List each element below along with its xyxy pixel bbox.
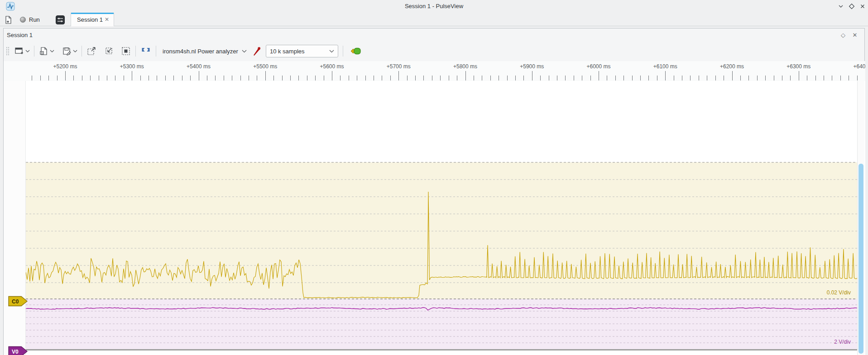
pulseview-window: Session 1 - PulseView Run <box>0 0 868 355</box>
ruler-minor-tick <box>715 76 716 80</box>
new-session-button[interactable] <box>4 14 13 25</box>
ruler-major-tick <box>465 71 466 80</box>
ruler-minor-tick <box>107 76 107 80</box>
ruler-minor-tick <box>824 76 824 80</box>
ruler-minor-tick <box>507 76 508 80</box>
cursors-icon <box>140 46 152 56</box>
toolbar-separator <box>156 46 156 57</box>
ruler-minor-tick <box>674 76 674 80</box>
tab-close-icon[interactable]: ✕ <box>105 17 109 22</box>
minimize-button[interactable] <box>837 2 845 10</box>
tab-session-1[interactable]: Session 1 ✕ <box>71 13 114 26</box>
ruler-minor-tick <box>707 76 707 80</box>
trace-view[interactable]: 0.02 V/div 2 V/div C0 V0 <box>4 81 865 355</box>
ruler-minor-tick <box>557 76 557 80</box>
v0-flag-label: V0 <box>12 349 19 355</box>
tab-session-1-label: Session 1 <box>77 16 103 23</box>
ruler-minor-tick <box>382 76 382 80</box>
trace-label-column <box>4 81 26 355</box>
save-button[interactable] <box>60 44 79 58</box>
ruler-minor-tick <box>499 76 499 80</box>
channel-flag-v0[interactable]: V0 <box>8 346 28 355</box>
ruler-minor-tick <box>540 76 541 80</box>
ruler-minor-tick <box>215 76 216 80</box>
run-button-label: Run <box>29 16 40 23</box>
ruler-minor-tick <box>173 76 174 80</box>
ruler-minor-tick <box>765 76 766 80</box>
chevron-down-icon <box>25 50 30 52</box>
dock-header[interactable]: Session 1 ◇ ✕ <box>4 28 864 41</box>
ruler-label: +5600 ms <box>320 63 344 70</box>
new-view-button[interactable] <box>13 44 31 58</box>
ruler-label: +6100 ms <box>653 63 677 70</box>
zoom-fit-button[interactable] <box>119 44 133 58</box>
ruler-minor-tick <box>782 76 782 80</box>
show-cursors-button[interactable] <box>139 44 153 58</box>
channel-flag-c0[interactable]: C0 <box>8 296 28 307</box>
chevron-down-icon <box>73 50 77 52</box>
ruler-minor-tick <box>140 76 141 80</box>
ruler-minor-tick <box>565 76 566 80</box>
c0-band <box>26 162 860 299</box>
ruler-minor-tick <box>590 76 591 80</box>
session-dock: Session 1 ◇ ✕ <box>3 28 865 355</box>
ruler-minor-tick <box>165 76 166 80</box>
ruler-minor-tick <box>648 76 649 80</box>
ruler-minor-tick <box>607 76 607 80</box>
ruler-label: +6000 ms <box>586 63 610 70</box>
ruler-minor-tick <box>48 76 49 80</box>
v0-scale-label: 2 V/div <box>834 339 851 345</box>
ruler-label: +5900 ms <box>520 63 544 70</box>
waveform-canvas[interactable] <box>26 81 860 355</box>
ruler-minor-tick <box>474 76 474 80</box>
ruler-minor-tick <box>724 76 724 80</box>
device-select[interactable]: ironsm4sh.nl Power analyzer <box>159 44 250 58</box>
ruler-major-tick <box>532 71 532 80</box>
time-ruler[interactable]: +5200 ms+5300 ms+5400 ms+5500 ms+5600 ms… <box>4 61 865 81</box>
ruler-major-tick <box>332 71 332 80</box>
ruler-minor-tick <box>790 76 791 80</box>
maximize-button[interactable] <box>848 2 856 10</box>
ruler-minor-tick <box>32 76 32 80</box>
toolbar-drag-handle[interactable] <box>6 47 9 55</box>
ruler-minor-tick <box>632 76 633 80</box>
channels-icon <box>349 46 364 56</box>
ruler-major-tick <box>665 71 666 80</box>
ruler-minor-tick <box>407 76 408 80</box>
ruler-minor-tick <box>699 76 699 80</box>
ruler-minor-tick <box>240 76 241 80</box>
close-button[interactable] <box>858 2 867 10</box>
ruler-minor-tick <box>807 76 807 80</box>
ruler-minor-tick <box>257 76 257 80</box>
toolbar-separator <box>82 46 82 57</box>
settings-button[interactable] <box>55 14 65 25</box>
zoom-in-button[interactable] <box>85 44 98 58</box>
run-button[interactable]: Run <box>20 14 40 25</box>
vertical-scrollbar[interactable] <box>857 81 864 355</box>
ruler-major-tick <box>132 71 132 80</box>
open-file-button[interactable] <box>37 44 56 58</box>
configure-device-button[interactable] <box>250 44 263 58</box>
ruler-minor-tick <box>682 76 682 80</box>
dock-close-button[interactable]: ✕ <box>851 31 859 39</box>
ruler-minor-tick <box>82 76 82 80</box>
ruler-minor-tick <box>232 76 232 80</box>
ruler-minor-tick <box>298 76 299 80</box>
dock-float-button[interactable]: ◇ <box>839 31 847 39</box>
zoom-out-button[interactable] <box>102 44 115 58</box>
ruler-minor-tick <box>849 76 849 80</box>
ruler-major-tick <box>732 71 733 80</box>
settings-icon <box>55 15 65 25</box>
zoom-in-icon <box>86 46 97 57</box>
sample-count-select[interactable]: 10 k samples <box>266 45 338 57</box>
titlebar[interactable]: Session 1 - PulseView <box>0 0 868 13</box>
configure-channels-button[interactable] <box>348 44 365 58</box>
open-file-icon <box>38 46 48 56</box>
ruler-minor-tick <box>73 76 74 80</box>
run-led-icon <box>20 17 26 23</box>
vertical-scrollbar-thumb[interactable] <box>858 164 863 354</box>
ruler-minor-tick <box>157 76 157 80</box>
ruler-minor-tick <box>490 76 491 80</box>
ruler-minor-tick <box>549 76 549 80</box>
ruler-label: +6400 ms <box>853 63 865 70</box>
